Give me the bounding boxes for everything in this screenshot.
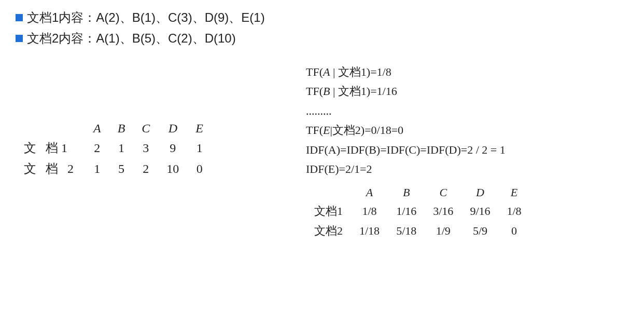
table-row: 文 档1 2 1 3 9 1 [16, 138, 212, 158]
col-header: B [109, 119, 134, 138]
value: 1/8 [377, 65, 391, 78]
value: 0/18=0 [371, 124, 404, 137]
row-label: 文 档1 [16, 138, 85, 158]
tf-a-doc1: TF(A | 文档1)=1/8 [306, 62, 628, 81]
col-header: C [425, 184, 461, 201]
col-header: D [158, 119, 187, 138]
table-row: 文档1 1/8 1/16 3/16 9/16 1/8 [306, 201, 530, 221]
var-A: A [323, 65, 330, 78]
cell: 1 [109, 138, 134, 158]
table-row: 文 档 2 1 5 2 10 0 [16, 158, 212, 179]
square-bullet-icon [16, 14, 23, 21]
doc2-content-text: 文档2内容：A(1)、B(5)、C(2)、D(10) [27, 30, 236, 47]
row-label: 文 档 2 [16, 158, 85, 179]
cell: 5 [109, 158, 134, 179]
text: )= [361, 124, 371, 137]
cell: 2 [85, 138, 109, 158]
cell: 5/18 [388, 221, 425, 241]
cell: 9 [158, 138, 187, 158]
col-header: E [187, 119, 212, 138]
cell: 1/9 [425, 221, 461, 241]
cell: 3 [133, 138, 158, 158]
tf-b-doc1: TF(B | 文档1)=1/16 [306, 81, 628, 101]
cell: 2 [133, 158, 158, 179]
bullet-line-doc2: 文档2内容：A(1)、B(5)、C(2)、D(10) [16, 30, 628, 47]
cell: 0 [187, 158, 212, 179]
text: TF( [306, 124, 323, 137]
ellipsis: ......... [306, 101, 628, 120]
table-row: 文档2 1/18 5/18 1/9 5/9 0 [306, 221, 530, 241]
tfidf-table: A B C D E 文档1 1/8 1/16 3/16 9/16 1/8 文档2… [306, 184, 530, 241]
col-header: A [351, 184, 388, 201]
cell: 10 [158, 158, 187, 179]
tf-e-doc2: TF(E|文档2)=0/18=0 [306, 120, 628, 140]
right-column: TF(A | 文档1)=1/8 TF(B | 文档1)=1/16 .......… [285, 62, 628, 241]
square-bullet-icon [16, 35, 23, 42]
main-content: A B C D E 文 档1 2 1 3 9 1 文 档 2 1 5 2 10 … [16, 62, 628, 241]
doc1-label: 文档1 [338, 65, 367, 78]
col-header: A [85, 119, 109, 138]
var-B: B [323, 85, 330, 98]
table-row: A B C D E [306, 184, 530, 201]
value: 1/16 [377, 85, 397, 98]
cell: 5/9 [461, 221, 498, 241]
text: )= [367, 65, 377, 78]
cell: 1 [187, 138, 212, 158]
var-E: E [323, 124, 330, 137]
cell: 1/16 [388, 201, 425, 221]
cell: 0 [499, 221, 530, 241]
doc2-label: 文档2 [332, 124, 361, 137]
idf-abcd: IDF(A)=IDF(B)=IDF(C)=IDF(D)=2 / 2 = 1 [306, 140, 628, 159]
row-label: 文档1 [306, 201, 351, 221]
doc1-content-text: 文档1内容：A(2)、B(1)、C(3)、D(9)、E(1) [27, 9, 265, 26]
col-header: D [461, 184, 498, 201]
text: TF( [306, 85, 323, 98]
col-header: E [499, 184, 530, 201]
cell: 1 [85, 158, 109, 179]
table-row: A B C D E [16, 119, 212, 138]
doc1-label: 文档1 [338, 85, 367, 98]
count-table: A B C D E 文 档1 2 1 3 9 1 文 档 2 1 5 2 10 … [16, 119, 212, 179]
cell: 1/8 [351, 201, 388, 221]
left-column: A B C D E 文 档1 2 1 3 9 1 文 档 2 1 5 2 10 … [16, 62, 285, 241]
text: TF( [306, 65, 323, 78]
col-header: B [388, 184, 425, 201]
text: )= [367, 85, 377, 98]
cell: 9/16 [461, 201, 498, 221]
bullet-line-doc1: 文档1内容：A(2)、B(1)、C(3)、D(9)、E(1) [16, 9, 628, 26]
row-label: 文档2 [306, 221, 351, 241]
cell: 1/18 [351, 221, 388, 241]
cell: 3/16 [425, 201, 461, 221]
idf-e: IDF(E)=2/1=2 [306, 159, 628, 179]
col-header: C [133, 119, 158, 138]
cell: 1/8 [499, 201, 530, 221]
